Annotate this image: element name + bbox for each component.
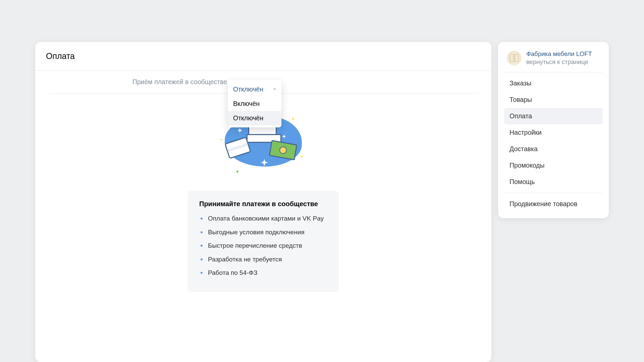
chevron-down-icon [273,88,276,90]
sidebar-item-help[interactable]: Помощь [504,174,603,190]
info-bullet: Выгодные условия подключения [199,228,327,237]
main-body: Приём платежей в сообществе Отключён Вкл… [35,71,491,312]
info-list: Оплата банковскими картами и VK Pay Выго… [199,214,327,278]
sidebar-item-products[interactable]: Товары [504,92,603,108]
payments-dropdown: Отключён Включён Отключён [228,80,281,127]
info-card: Принимайте платежи в сообществе Оплата б… [188,191,339,292]
community-link[interactable]: Фабрика мебели LOFT вернуться к странице [504,48,603,72]
payments-toggle-row: Приём платежей в сообществе Отключён Вкл… [49,71,478,94]
info-heading: Принимайте платежи в сообществе [199,200,327,208]
back-to-page-label: вернуться к странице [526,58,592,66]
main-header: Оплата [35,42,491,71]
community-link-text: Фабрика мебели LOFT вернуться к странице [526,50,592,66]
sidebar-nav: Заказы Товары Оплата Настройки Доставка … [504,75,603,212]
sidebar-item-payment[interactable]: Оплата [504,108,603,124]
page-title: Оплата [46,51,481,61]
sidebar: Фабрика мебели LOFT вернуться к странице… [498,42,609,218]
sidebar-divider [504,193,603,193]
sidebar-item-settings[interactable]: Настройки [504,124,603,141]
community-avatar [507,51,522,65]
dropdown-selected-text: Отключён [233,85,263,93]
info-bullet: Быстрое перечисление средств [199,241,327,251]
info-bullet: Оплата банковскими картами и VK Pay [199,214,327,224]
info-bullet: Работа по 54-ФЗ [199,268,327,278]
info-bullet: Разработка не требуется [199,255,327,264]
community-name: Фабрика мебели LOFT [526,50,592,58]
sidebar-item-orders[interactable]: Заказы [504,75,603,92]
sidebar-item-promocodes[interactable]: Промокоды [504,157,603,174]
main-panel: Оплата Приём платежей в сообществе Отклю… [35,42,491,362]
dropdown-option-disabled[interactable]: Отключён [228,111,281,125]
dropdown-selected-value[interactable]: Отключён [228,82,281,97]
dropdown-option-enabled[interactable]: Включён [228,97,281,111]
payments-toggle-label: Приём платежей в сообществе [49,78,230,86]
sidebar-item-delivery[interactable]: Доставка [504,141,603,157]
sidebar-item-promotion[interactable]: Продвижение товаров [504,196,603,212]
